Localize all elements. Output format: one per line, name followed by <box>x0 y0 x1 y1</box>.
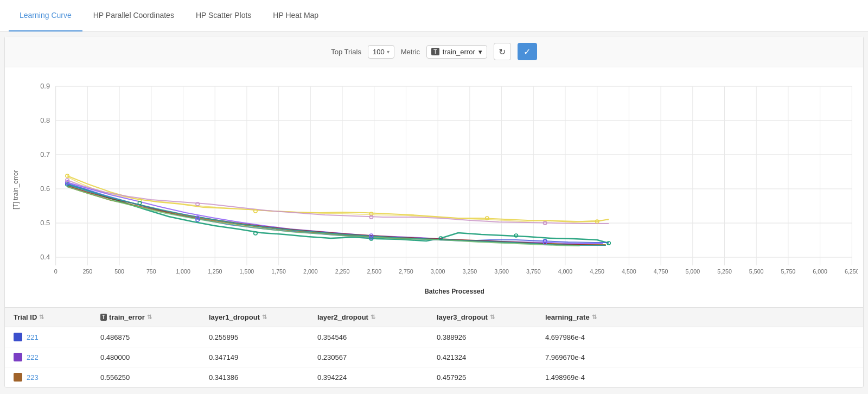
svg-text:2,000: 2,000 <box>303 269 318 275</box>
train-error-value: 0.556250 <box>100 373 209 382</box>
chart-svg: 0.9 0.8 0.7 0.6 0.5 0.4 0 250 500 750 1,… <box>24 78 858 284</box>
lr-value: 4.697986e-4 <box>545 333 654 341</box>
sort-icon-5[interactable]: ⇅ <box>490 314 495 321</box>
svg-text:3,250: 3,250 <box>463 269 477 275</box>
svg-text:1,000: 1,000 <box>176 269 190 275</box>
table-row: 222 0.480000 0.347149 0.230567 0.421324 … <box>5 347 863 367</box>
col-trial-id: Trial ID ⇅ <box>14 313 100 321</box>
train-error-value: 0.480000 <box>100 353 209 361</box>
trial-id-cell: 222 <box>14 353 100 361</box>
svg-text:750: 750 <box>146 269 156 275</box>
svg-text:500: 500 <box>114 269 124 275</box>
x-axis-label: Batches Processed <box>24 284 858 302</box>
svg-text:250: 250 <box>83 269 93 275</box>
svg-text:4,250: 4,250 <box>590 269 604 275</box>
col-lr: learning_rate ⇅ <box>545 313 654 321</box>
layer2-value: 0.354546 <box>317 333 437 341</box>
sort-icon-3[interactable]: ⇅ <box>262 314 267 321</box>
layer1-value: 0.255895 <box>209 333 317 341</box>
svg-text:1,500: 1,500 <box>240 269 254 275</box>
layer1-value: 0.341386 <box>209 373 317 382</box>
svg-text:3,000: 3,000 <box>431 269 445 275</box>
metric-chevron-icon: ▾ <box>478 48 482 56</box>
svg-text:5,250: 5,250 <box>717 269 732 275</box>
svg-text:5,750: 5,750 <box>781 269 796 275</box>
svg-text:6,000: 6,000 <box>813 269 827 275</box>
svg-text:0.9: 0.9 <box>40 82 50 90</box>
svg-text:2,750: 2,750 <box>399 269 413 275</box>
color-swatch <box>14 333 22 341</box>
svg-text:4,750: 4,750 <box>654 269 668 275</box>
svg-text:2,500: 2,500 <box>367 269 381 275</box>
main-panel: Top Trials 100 ▾ Metric T train_error ▾ … <box>4 36 864 388</box>
svg-rect-0 <box>24 78 858 284</box>
col-layer1: layer1_dropout ⇅ <box>209 313 317 321</box>
svg-text:6,250: 6,250 <box>845 269 858 275</box>
layer2-value: 0.394224 <box>317 373 437 382</box>
color-swatch <box>14 353 22 361</box>
table-row: 221 0.486875 0.255895 0.354546 0.388926 … <box>5 327 863 347</box>
layer3-value: 0.421324 <box>437 353 545 361</box>
layer3-value: 0.457925 <box>437 373 545 382</box>
trial-id-link[interactable]: 221 <box>27 333 39 341</box>
metric-badge-small: T <box>100 314 107 321</box>
svg-text:0.4: 0.4 <box>40 253 50 261</box>
table-row: 223 0.556250 0.341386 0.394224 0.457925 … <box>5 367 863 387</box>
svg-text:2,250: 2,250 <box>335 269 350 275</box>
metric-label: Metric <box>401 48 420 56</box>
svg-text:0: 0 <box>54 269 58 275</box>
col-layer3: layer3_dropout ⇅ <box>437 313 545 321</box>
tab-hp-scatter[interactable]: HP Scatter Plots <box>185 0 262 31</box>
train-error-value: 0.486875 <box>100 333 209 341</box>
trial-id-cell: 223 <box>14 373 100 382</box>
lr-value: 1.498969e-4 <box>545 373 654 382</box>
svg-text:4,000: 4,000 <box>558 269 573 275</box>
refresh-icon: ↻ <box>499 47 506 57</box>
tabs-bar: Learning Curve HP Parallel Coordinates H… <box>0 0 868 31</box>
layer3-value: 0.388926 <box>437 333 545 341</box>
tab-learning-curve[interactable]: Learning Curve <box>9 0 82 31</box>
col-train-error: T train_error ⇅ <box>100 313 209 321</box>
svg-text:0.6: 0.6 <box>40 185 50 193</box>
svg-text:0.8: 0.8 <box>40 117 50 124</box>
sort-icon-2[interactable]: ⇅ <box>147 314 152 321</box>
svg-text:0.5: 0.5 <box>40 219 50 227</box>
refresh-button[interactable]: ↻ <box>494 43 511 60</box>
sort-icon-4[interactable]: ⇅ <box>371 314 375 321</box>
top-trials-select[interactable]: 100 ▾ <box>368 45 394 59</box>
tab-hp-parallel[interactable]: HP Parallel Coordinates <box>82 0 185 31</box>
color-swatch <box>14 373 22 382</box>
table-header: Trial ID ⇅ T train_error ⇅ layer1_dropou… <box>5 308 863 327</box>
metric-select[interactable]: T train_error ▾ <box>426 45 487 59</box>
svg-text:4,500: 4,500 <box>622 269 636 275</box>
chart-inner: 0.9 0.8 0.7 0.6 0.5 0.4 0 250 500 750 1,… <box>24 78 858 302</box>
toolbar: Top Trials 100 ▾ Metric T train_error ▾ … <box>5 36 863 67</box>
svg-text:5,000: 5,000 <box>685 269 700 275</box>
chevron-down-icon: ▾ <box>387 49 390 55</box>
svg-text:5,500: 5,500 <box>749 269 764 275</box>
tab-hp-heatmap[interactable]: HP Heat Map <box>262 0 329 31</box>
y-axis-label: [T] train_error <box>10 78 21 302</box>
checkmark-icon: ✓ <box>524 47 531 57</box>
chart-area: [T] train_error <box>5 67 863 307</box>
table-body: 221 0.486875 0.255895 0.354546 0.388926 … <box>5 327 863 387</box>
trial-id-link[interactable]: 222 <box>27 353 39 361</box>
trial-id-cell: 221 <box>14 333 100 341</box>
lr-value: 7.969670e-4 <box>545 353 654 361</box>
layer2-value: 0.230567 <box>317 353 437 361</box>
trial-id-link[interactable]: 223 <box>27 373 39 382</box>
apply-button[interactable]: ✓ <box>518 43 537 60</box>
svg-text:1,750: 1,750 <box>271 269 286 275</box>
sort-icon-6[interactable]: ⇅ <box>592 314 597 321</box>
svg-text:0.7: 0.7 <box>40 151 50 158</box>
svg-text:3,750: 3,750 <box>526 269 541 275</box>
metric-type-badge: T <box>431 48 439 55</box>
layer1-value: 0.347149 <box>209 353 317 361</box>
svg-text:1,250: 1,250 <box>208 269 222 275</box>
svg-text:3,500: 3,500 <box>494 269 509 275</box>
col-layer2: layer2_dropout ⇅ <box>317 313 437 321</box>
table-section: Trial ID ⇅ T train_error ⇅ layer1_dropou… <box>5 307 863 387</box>
top-trials-label: Top Trials <box>331 48 361 56</box>
sort-icon[interactable]: ⇅ <box>39 314 44 321</box>
